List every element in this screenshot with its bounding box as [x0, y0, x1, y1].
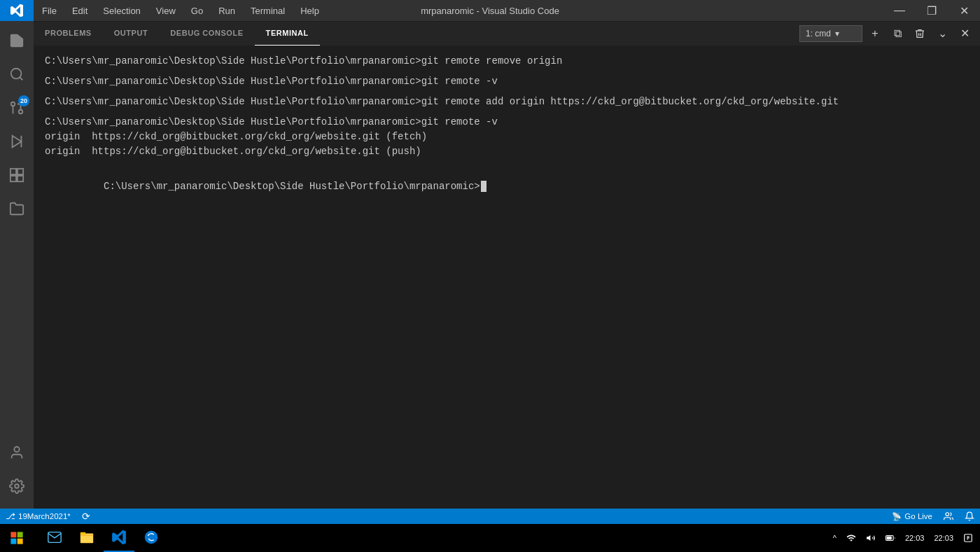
- panel-chevron-down[interactable]: ⌄: [932, 24, 952, 43]
- menu-file[interactable]: File: [35, 0, 64, 21]
- panel-close-button[interactable]: ✕: [955, 24, 974, 43]
- svg-rect-23: [887, 537, 892, 540]
- close-button[interactable]: ✕: [948, 0, 980, 21]
- terminal-line-3: C:\Users\mr_panaromic\Desktop\Side Hustl…: [45, 95, 969, 109]
- title-bar-controls: — ❐ ✕: [883, 0, 980, 21]
- sync-icon: ⟳: [82, 511, 90, 522]
- split-terminal-button[interactable]: ⧉: [888, 24, 907, 43]
- source-control-badge: 20: [18, 95, 29, 106]
- sidebar-item-remote-explorer[interactable]: [0, 192, 34, 226]
- menu-edit[interactable]: Edit: [65, 0, 94, 21]
- svg-marker-5: [13, 136, 22, 148]
- terminal-block-3: C:\Users\mr_panaromic\Desktop\Side Hustl…: [45, 95, 969, 109]
- svg-rect-16: [10, 539, 16, 544]
- terminal-content[interactable]: C:\Users\mr_panaromic\Desktop\Side Hustl…: [34, 46, 980, 509]
- terminal-block-2: C:\Users\mr_panaromic\Desktop\Side Hustl…: [45, 74, 969, 89]
- maximize-button[interactable]: ❐: [916, 0, 948, 21]
- branch-icon: ⎇: [6, 511, 15, 521]
- kill-terminal-button[interactable]: [910, 24, 930, 43]
- terminal-selector-chevron: ▾: [835, 29, 839, 39]
- menu-view[interactable]: View: [149, 0, 183, 21]
- menu-terminal[interactable]: Terminal: [244, 0, 292, 21]
- svg-point-2: [19, 110, 23, 114]
- tray-time-label: 22:03: [934, 534, 953, 542]
- main-area: 20: [0, 21, 980, 509]
- taskbar-file-explorer-app[interactable]: [71, 524, 102, 552]
- editor-area: PROBLEMS OUTPUT DEBUG CONSOLE TERMINAL 1…: [34, 21, 980, 509]
- terminal-selector[interactable]: 1: cmd ▾: [799, 25, 862, 42]
- svg-rect-10: [18, 176, 23, 181]
- terminal-line-2: C:\Users\mr_panaromic\Desktop\Side Hustl…: [45, 74, 969, 89]
- tray-notification-center[interactable]: [959, 524, 977, 552]
- status-notifications[interactable]: [959, 509, 980, 524]
- menu-help[interactable]: Help: [293, 0, 326, 21]
- panel-tabs-right: 1: cmd ▾ + ⧉ ⌄ ✕: [799, 21, 980, 46]
- window-title: mrpanaromic - Visual Studio Code: [421, 6, 559, 16]
- terminal-line-5: C:\Users\mr_panaromic\Desktop\Side Hustl…: [45, 165, 969, 209]
- tray-battery[interactable]: [881, 524, 899, 552]
- terminal-line-4a: C:\Users\mr_panaromic\Desktop\Side Hustl…: [45, 115, 969, 130]
- taskbar-apps: [39, 524, 167, 552]
- svg-marker-20: [867, 535, 870, 541]
- activity-bar-bottom: [0, 436, 34, 509]
- panel-tabs: PROBLEMS OUTPUT DEBUG CONSOLE TERMINAL 1…: [34, 21, 980, 46]
- tray-language[interactable]: 22:03: [901, 524, 929, 552]
- status-bar-left: ⎇ 19March2021* ⟳: [0, 509, 96, 524]
- sidebar-item-extensions[interactable]: [0, 158, 34, 192]
- svg-rect-18: [80, 534, 93, 544]
- tray-chevron[interactable]: ^: [829, 524, 841, 552]
- status-bar-right: 📡 Go Live: [886, 509, 980, 524]
- sidebar-item-explorer[interactable]: [0, 24, 34, 57]
- status-bar: ⎇ 19March2021* ⟳ 📡 Go Live: [0, 509, 980, 524]
- sidebar-item-account[interactable]: [0, 436, 34, 469]
- svg-point-12: [15, 484, 19, 488]
- svg-rect-8: [18, 169, 23, 174]
- add-terminal-button[interactable]: +: [865, 24, 885, 43]
- start-button[interactable]: [0, 524, 34, 552]
- tray-time[interactable]: 22:03: [930, 524, 958, 552]
- status-go-live[interactable]: 📡 Go Live: [886, 509, 938, 524]
- terminal-block-4: C:\Users\mr_panaromic\Desktop\Side Hustl…: [45, 115, 969, 159]
- status-broadcast[interactable]: [938, 509, 959, 524]
- tab-terminal[interactable]: TERMINAL: [255, 21, 320, 46]
- sidebar-item-settings[interactable]: [0, 469, 34, 503]
- sidebar-item-search[interactable]: [0, 57, 34, 91]
- terminal-block-1: C:\Users\mr_panaromic\Desktop\Side Hustl…: [45, 54, 969, 69]
- status-branch[interactable]: ⎇ 19March2021*: [0, 509, 76, 524]
- terminal-line-4b: origin https://ckd_org@bitbucket.org/ckd…: [45, 130, 969, 144]
- svg-point-0: [11, 69, 22, 79]
- title-bar: File Edit Selection View Go Run Terminal…: [0, 0, 980, 21]
- branch-name: 19March2021*: [18, 512, 71, 520]
- go-live-label: Go Live: [904, 512, 932, 520]
- tab-output[interactable]: OUTPUT: [103, 21, 160, 46]
- svg-rect-17: [18, 539, 23, 544]
- menu-selection[interactable]: Selection: [96, 0, 147, 21]
- taskbar-mail-app[interactable]: [39, 524, 70, 552]
- title-bar-left: File Edit Selection View Go Run Terminal…: [0, 0, 326, 21]
- taskbar: ^ 22:03 22:03: [0, 524, 980, 552]
- tab-debug-console[interactable]: DEBUG CONSOLE: [159, 21, 254, 46]
- sidebar-item-run[interactable]: [0, 125, 34, 158]
- vscode-logo[interactable]: [0, 0, 34, 21]
- tray-chevron-icon: ^: [833, 534, 836, 542]
- taskbar-edge-app[interactable]: [136, 524, 167, 552]
- taskbar-vscode-app[interactable]: [104, 524, 134, 552]
- tray-volume[interactable]: [862, 524, 880, 552]
- status-sync[interactable]: ⟳: [76, 509, 96, 524]
- menu-go[interactable]: Go: [184, 0, 210, 21]
- sidebar-item-source-control[interactable]: 20: [0, 91, 34, 125]
- minimize-button[interactable]: —: [883, 0, 916, 21]
- go-live-icon: 📡: [892, 512, 902, 521]
- tray-lang-label: 22:03: [905, 534, 925, 542]
- terminal-block-5: C:\Users\mr_panaromic\Desktop\Side Hustl…: [45, 165, 969, 209]
- terminal-line-4c: origin https://ckd_org@bitbucket.org/ckd…: [45, 144, 969, 159]
- menu-run[interactable]: Run: [211, 0, 242, 21]
- svg-rect-19: [80, 532, 85, 535]
- terminal-cursor: [481, 181, 486, 192]
- tray-network[interactable]: [842, 524, 860, 552]
- svg-rect-7: [10, 169, 16, 174]
- activity-bar: 20: [0, 21, 34, 509]
- terminal-selector-label: 1: cmd: [806, 29, 831, 39]
- svg-rect-14: [10, 532, 16, 537]
- tab-problems[interactable]: PROBLEMS: [34, 21, 103, 46]
